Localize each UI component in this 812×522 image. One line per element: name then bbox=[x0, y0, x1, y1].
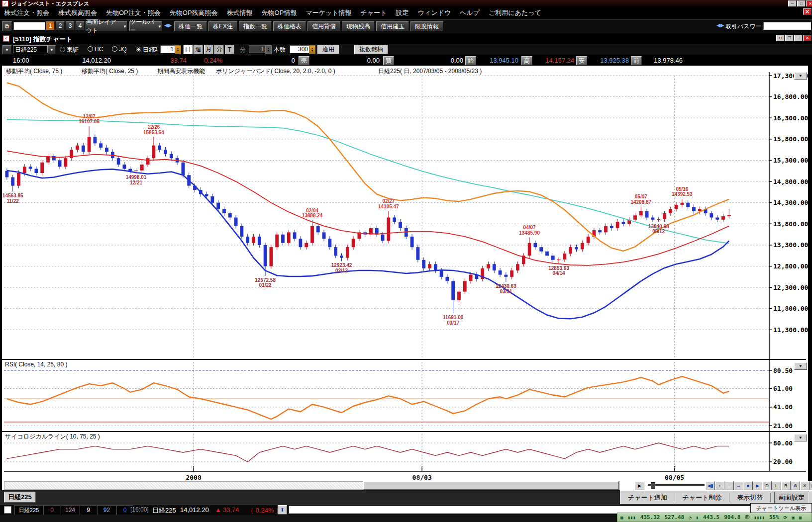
trade-password-input[interactable] bbox=[763, 22, 811, 30]
layout-number-buttons: 1234 bbox=[46, 21, 85, 30]
menu-item-0[interactable]: 株式注文・照会 bbox=[4, 8, 49, 17]
chart-tool-button-0[interactable]: ◀▮ bbox=[706, 481, 715, 490]
toolbar-button-5[interactable]: 現物残高 bbox=[342, 21, 375, 31]
period-button-分[interactable]: 分 bbox=[214, 45, 224, 54]
period-button-T[interactable]: T bbox=[225, 45, 234, 54]
market-radio-日経[interactable]: 日経 bbox=[136, 46, 155, 54]
period-button-日[interactable]: 日 bbox=[183, 45, 193, 54]
minimize-icon[interactable]: ─ bbox=[794, 35, 803, 41]
menu-item-11[interactable]: ご利用にあたって bbox=[489, 8, 541, 17]
chart-tool-button-6[interactable]: D bbox=[762, 481, 772, 490]
y-axis-label: 15,300.00 bbox=[773, 157, 808, 164]
market-radio-JQ[interactable]: JQ bbox=[112, 46, 126, 54]
chart-action-button-2[interactable]: 表示切替 bbox=[733, 492, 767, 503]
toolbar-button-0[interactable]: 株価一覧 bbox=[174, 21, 207, 31]
minute-spinner[interactable]: ▲▼ bbox=[265, 45, 272, 54]
menu-item-10[interactable]: ヘルプ bbox=[460, 8, 480, 17]
scroll-right-button[interactable]: ▶ bbox=[635, 481, 644, 490]
menu-item-3[interactable]: 先物OP残高照会 bbox=[170, 8, 218, 17]
multi-symbol-button[interactable]: 複数銘柄 bbox=[354, 45, 388, 54]
quote-value: 16:00 bbox=[13, 57, 38, 64]
candle-body bbox=[216, 203, 220, 209]
chart-tool-button-8[interactable]: R bbox=[781, 481, 791, 490]
psych-panel-dropdown-button[interactable]: ▼ bbox=[794, 434, 807, 441]
status-checkbox[interactable] bbox=[4, 506, 11, 514]
chart-tool-button-1[interactable]: ＋ bbox=[715, 481, 724, 490]
chart-tool-button-4[interactable]: ■ bbox=[743, 481, 753, 490]
toolbar-button-6[interactable]: 信用建玉 bbox=[376, 21, 409, 31]
symbol-dropdown-button[interactable]: ▼ bbox=[2, 45, 11, 54]
candle-body bbox=[170, 154, 173, 159]
zoom-slider-track[interactable] bbox=[648, 484, 705, 486]
period-button-週[interactable]: 週 bbox=[194, 45, 203, 54]
menu-item-5[interactable]: 先物OP情報 bbox=[262, 8, 297, 17]
menu-item-1[interactable]: 株式残高照会 bbox=[58, 8, 97, 17]
menu-item-6[interactable]: マーケット情報 bbox=[305, 8, 351, 17]
toolbar-button-7[interactable]: 限度情報 bbox=[410, 21, 443, 31]
symbol-combo-chevron-icon[interactable]: ▼ bbox=[48, 45, 56, 54]
toolbar-button-3[interactable]: 株価格表 bbox=[273, 21, 306, 31]
chart-action-button-3[interactable]: 画面設定 bbox=[774, 492, 809, 504]
close-icon[interactable]: ✕ bbox=[803, 35, 812, 41]
splitter-icon[interactable]: ◀▶ bbox=[716, 22, 724, 28]
trade-password-label: 取引パスワード bbox=[725, 22, 768, 31]
market-radio-東証[interactable]: 東証 bbox=[60, 46, 79, 54]
chart-tool-button-5[interactable]: ▶ bbox=[753, 481, 762, 490]
market-radio-label: 東証 bbox=[67, 46, 79, 53]
symbol-combo[interactable]: 日経225 bbox=[13, 45, 48, 53]
toolbar-button-2[interactable]: 指数一覧 bbox=[239, 21, 272, 31]
splitter-icon[interactable]: ◀▶ bbox=[164, 22, 172, 28]
ashi-input[interactable] bbox=[160, 45, 175, 53]
chart-action-button-1[interactable]: チャート削除 bbox=[679, 492, 726, 503]
market-radio-HC[interactable]: HC bbox=[88, 46, 103, 54]
chart-tool-button-9[interactable]: ⊕ bbox=[791, 481, 800, 490]
price-chart-svg[interactable]: 17,300.0016,800.0016,300.0015,800.0015,3… bbox=[2, 66, 808, 490]
layout-number-button-3[interactable]: 3 bbox=[66, 21, 75, 30]
chart-scrollbar-thumb[interactable] bbox=[363, 481, 619, 490]
chart-tool-button-3[interactable]: ↔ bbox=[734, 481, 743, 490]
status-cell-2: 9 bbox=[80, 505, 97, 515]
toolbar-button-1[interactable]: 株EX注 bbox=[208, 21, 237, 31]
status-time: [16:00] bbox=[130, 506, 149, 513]
indicator-line bbox=[7, 169, 729, 319]
apply-button[interactable]: 適用 bbox=[317, 45, 339, 54]
restore-icon[interactable]: ⊡ bbox=[776, 35, 785, 41]
menu-item-9[interactable]: ウィンドウ bbox=[418, 8, 451, 17]
bars-input[interactable] bbox=[290, 45, 309, 53]
clock-icon: ◔ bbox=[689, 515, 691, 520]
period-button-月[interactable]: 月 bbox=[204, 45, 213, 54]
market-radio-label: JQ bbox=[119, 46, 126, 53]
collapse-up-button[interactable]: ⬆ bbox=[278, 505, 287, 515]
candle-body bbox=[622, 222, 625, 224]
menu-item-7[interactable]: チャート bbox=[361, 8, 387, 17]
menu-item-8[interactable]: 設定 bbox=[396, 8, 409, 17]
bars-spinner[interactable]: ▲▼ bbox=[309, 45, 315, 54]
maximize-icon[interactable]: ❐ bbox=[785, 35, 794, 41]
minute-input[interactable] bbox=[249, 45, 266, 53]
chart-tool-button-10[interactable]: ✕ bbox=[800, 481, 810, 490]
quote-field-label: 高 bbox=[521, 56, 532, 65]
toolbar-button-4[interactable]: 信用貸借 bbox=[307, 21, 340, 31]
menu-item-4[interactable]: 株式情報 bbox=[227, 8, 253, 17]
rsi-panel-dropdown-button[interactable]: ▼ bbox=[794, 362, 807, 370]
status-cell-symbol: 日経225 bbox=[14, 505, 43, 515]
layout-number-button-2[interactable]: 2 bbox=[56, 21, 65, 30]
x-axis-label: 08/05 bbox=[665, 474, 684, 481]
chart-tool-button-7[interactable]: L bbox=[772, 481, 781, 490]
layout-number-button-4[interactable]: 4 bbox=[76, 21, 85, 30]
menu-close-icon[interactable]: ✕ bbox=[803, 8, 812, 15]
layout-icon[interactable]: ⧉ bbox=[2, 21, 12, 31]
menu-item-2[interactable]: 先物OP注文・照会 bbox=[106, 8, 161, 17]
toolbar-combo[interactable]: ツールバー▼ bbox=[129, 21, 162, 31]
layout-number-button-1[interactable]: 1 bbox=[46, 21, 55, 30]
screen-layout-combo[interactable]: 画面レイアウト▼ bbox=[86, 21, 127, 31]
toolbar-input[interactable] bbox=[13, 22, 45, 30]
zoom-slider-thumb[interactable] bbox=[651, 482, 655, 489]
chart-action-button-0[interactable]: チャート追加 bbox=[624, 492, 671, 503]
ashi-spinner[interactable]: ▲▼ bbox=[175, 45, 181, 54]
chart-tool-button-11[interactable]: ▮▶ bbox=[810, 481, 812, 490]
psych-label: サイコロジカルライン( 10, 75, 25 ) bbox=[5, 433, 100, 441]
chart-tool-button-2[interactable]: － bbox=[724, 481, 734, 490]
tab-nikkei225[interactable]: 日経225 bbox=[4, 492, 36, 503]
main-panel-dropdown-button[interactable]: ▼ bbox=[794, 72, 807, 80]
